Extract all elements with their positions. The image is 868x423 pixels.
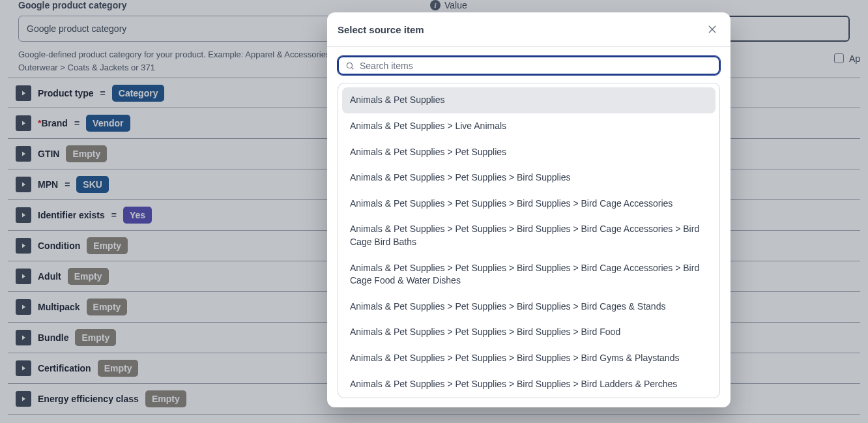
page-root: Google product category i Value Google p…	[0, 0, 868, 423]
option-item[interactable]: Animals & Pet Supplies > Live Animals	[342, 113, 716, 139]
option-item[interactable]: Animals & Pet Supplies > Pet Supplies > …	[342, 191, 716, 217]
option-item[interactable]: Animals & Pet Supplies > Pet Supplies > …	[342, 294, 716, 320]
option-item[interactable]: Animals & Pet Supplies > Pet Supplies > …	[342, 165, 716, 191]
option-item[interactable]: Animals & Pet Supplies > Pet Supplies > …	[342, 319, 716, 345]
modal-title: Select source item	[338, 24, 424, 35]
search-field-wrap[interactable]	[338, 56, 720, 75]
option-item[interactable]: Animals & Pet Supplies > Pet Supplies > …	[342, 345, 716, 372]
option-item[interactable]: Animals & Pet Supplies > Pet Supplies > …	[342, 397, 716, 398]
svg-point-13	[347, 63, 352, 68]
modal-header: Select source item	[327, 12, 731, 47]
option-item[interactable]: Animals & Pet Supplies > Pet Supplies > …	[342, 216, 716, 255]
option-item[interactable]: Animals & Pet Supplies > Pet Supplies > …	[342, 255, 716, 294]
option-item[interactable]: Animals & Pet Supplies > Pet Supplies > …	[342, 372, 716, 398]
select-source-modal: Select source item Animals & Pet Supplie…	[327, 12, 731, 407]
search-icon	[345, 61, 354, 70]
close-icon	[707, 24, 717, 35]
option-item[interactable]: Animals & Pet Supplies	[342, 87, 716, 113]
svg-line-14	[352, 67, 354, 69]
modal-body: Animals & Pet SuppliesAnimals & Pet Supp…	[327, 47, 731, 407]
options-list: Animals & Pet SuppliesAnimals & Pet Supp…	[338, 83, 720, 398]
close-button[interactable]	[704, 22, 720, 37]
search-input[interactable]	[360, 61, 712, 71]
option-item[interactable]: Animals & Pet Supplies > Pet Supplies	[342, 139, 716, 166]
